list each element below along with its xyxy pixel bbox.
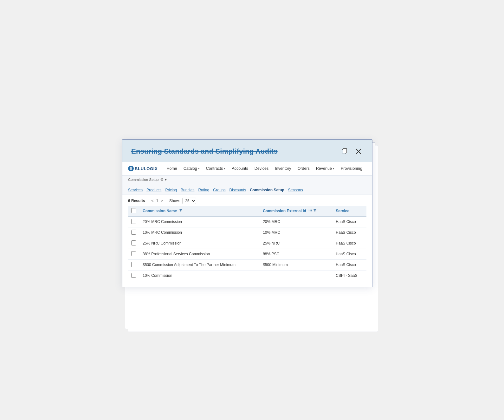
col-select-all xyxy=(128,206,139,217)
subnav-bundles[interactable]: Bundles xyxy=(181,187,197,194)
table-row: $500 Commission Adjustment To The Partne… xyxy=(128,259,366,270)
row-external-id-3: 88% PSC xyxy=(260,249,333,259)
row-service-1: HaaS Cisco xyxy=(333,227,366,238)
subnav-commission-setup[interactable]: Commission Setup xyxy=(250,187,288,194)
row-service-5: CSPI - SaaS xyxy=(333,270,366,281)
prev-page-button[interactable]: < xyxy=(150,198,155,203)
columns-icon[interactable] xyxy=(308,209,312,212)
logo-text: BLULOGIX xyxy=(135,166,158,171)
nav-item-devices[interactable]: Devices xyxy=(251,162,272,175)
table-row: 20% MRC Commission 20% MRC HaaS Cisco xyxy=(128,216,366,227)
row-external-id-4: $500 Minimum xyxy=(260,259,333,270)
subnav-rating[interactable]: Rating xyxy=(198,187,212,194)
row-external-id-0: 20% MRC xyxy=(260,216,333,227)
table-area: 6 Results < 1 > Show: 25 xyxy=(122,194,372,287)
col-commission-external-id: Commission External Id xyxy=(260,206,333,217)
subnav-seasons[interactable]: Seasons xyxy=(288,187,306,194)
row-commission-name-2: 25% NRC Commission xyxy=(139,238,260,249)
row-commission-name-3: 88% Professional Services Commission xyxy=(139,249,260,259)
pagination-bar: 6 Results < 1 > Show: 25 xyxy=(128,194,366,206)
table-row: 88% Professional Services Commission 88%… xyxy=(128,249,366,259)
row-checkbox-0[interactable] xyxy=(131,219,136,224)
sub-nav: Services Products Pricing Bundles Rating… xyxy=(122,184,372,194)
copy-icon xyxy=(340,148,347,155)
main-nav: Home Catalog ▾ Contracts ▾ Accounts Devi… xyxy=(163,162,365,175)
subnav-services[interactable]: Services xyxy=(128,187,146,194)
results-count: 6 Results xyxy=(128,199,145,203)
row-service-2: HaaS Cisco xyxy=(333,238,366,249)
subnav-discounts[interactable]: Discounts xyxy=(229,187,249,194)
catalog-dropdown-arrow: ▾ xyxy=(198,167,200,170)
row-commission-name-5: 10% Commission xyxy=(139,270,260,281)
page-nav: < 1 > xyxy=(150,198,164,203)
row-commission-name-1: 10% MRC Commission xyxy=(139,227,260,238)
nav-item-home[interactable]: Home xyxy=(163,162,180,175)
commission-table: Commission Name Commission External Id xyxy=(128,206,366,281)
nav-item-provisioning[interactable]: Provisioning xyxy=(338,162,365,175)
logo-icon: B xyxy=(128,166,134,171)
close-icon xyxy=(355,148,362,155)
row-service-3: HaaS Cisco xyxy=(333,249,366,259)
revenue-dropdown-arrow: ▾ xyxy=(333,167,334,170)
select-all-checkbox[interactable] xyxy=(131,208,136,213)
subnav-products[interactable]: Products xyxy=(146,187,165,194)
svg-marker-8 xyxy=(313,209,316,212)
table-header-row: Commission Name Commission External Id xyxy=(128,206,366,217)
app-logo: B BLULOGIX xyxy=(128,166,158,171)
commission-name-filter-icons xyxy=(179,209,183,212)
subnav-groups[interactable]: Groups xyxy=(213,187,229,194)
modal-actions xyxy=(339,147,363,156)
row-service-4: HaaS Cisco xyxy=(333,259,366,270)
nav-item-inventory[interactable]: Inventory xyxy=(272,162,294,175)
svg-marker-4 xyxy=(179,209,182,212)
row-external-id-1: 10% MRC xyxy=(260,227,333,238)
row-checkbox-3[interactable] xyxy=(131,251,136,256)
nav-item-orders[interactable]: Orders xyxy=(294,162,313,175)
breadcrumb-bar: Commission Setup ⚙ ▾ xyxy=(122,175,372,184)
svg-rect-1 xyxy=(343,149,347,153)
nav-item-revenue[interactable]: Revenue ▾ xyxy=(313,162,338,175)
row-checkbox-4[interactable] xyxy=(131,262,136,267)
breadcrumb-text: Commission Setup xyxy=(128,178,159,181)
external-id-filter-icons xyxy=(308,209,317,212)
breadcrumb-arrow: ▾ xyxy=(165,177,167,182)
row-checkbox-1[interactable] xyxy=(131,230,136,235)
nav-item-accounts[interactable]: Accounts xyxy=(229,162,251,175)
breadcrumb-settings-icon: ⚙ xyxy=(160,177,164,182)
col-service: Service xyxy=(333,206,366,217)
show-label: Show: xyxy=(169,199,180,203)
row-commission-name-4: $500 Commission Adjustment To The Partne… xyxy=(139,259,260,270)
filter-icon-2[interactable] xyxy=(313,209,317,212)
modal-title: Ensuring Standards and Simplifying Audit… xyxy=(131,147,278,156)
row-checkbox-5[interactable] xyxy=(131,273,136,278)
logo-letter: B xyxy=(130,167,132,170)
row-service-0: HaaS Cisco xyxy=(333,216,366,227)
subnav-pricing[interactable]: Pricing xyxy=(165,187,180,194)
copy-button[interactable] xyxy=(339,147,349,156)
filter-icon[interactable] xyxy=(179,209,183,212)
svg-rect-6 xyxy=(310,210,311,212)
contracts-dropdown-arrow: ▾ xyxy=(224,167,225,170)
close-button[interactable] xyxy=(354,147,363,156)
svg-rect-7 xyxy=(311,210,312,212)
row-checkbox-2[interactable] xyxy=(131,240,136,245)
page-number: 1 xyxy=(156,199,158,203)
modal-header: Ensuring Standards and Simplifying Audit… xyxy=(122,140,372,162)
table-row: 25% NRC Commission 25% NRC HaaS Cisco xyxy=(128,238,366,249)
col-commission-name: Commission Name xyxy=(139,206,260,217)
app-navbar: B BLULOGIX Home Catalog ▾ Contracts ▾ Ac… xyxy=(122,162,372,175)
table-row: 10% Commission CSPI - SaaS xyxy=(128,270,366,281)
row-commission-name-0: 20% MRC Commission xyxy=(139,216,260,227)
nav-item-catalog[interactable]: Catalog ▾ xyxy=(180,162,203,175)
row-external-id-5 xyxy=(260,270,333,281)
row-external-id-2: 25% NRC xyxy=(260,238,333,249)
show-select[interactable]: 25 xyxy=(182,198,196,204)
svg-rect-5 xyxy=(309,210,309,212)
table-row: 10% MRC Commission 10% MRC HaaS Cisco xyxy=(128,227,366,238)
next-page-button[interactable]: > xyxy=(159,198,164,203)
main-modal: Ensuring Standards and Simplifying Audit… xyxy=(122,139,372,287)
table-body: 20% MRC Commission 20% MRC HaaS Cisco 10… xyxy=(128,216,366,281)
nav-item-contracts[interactable]: Contracts ▾ xyxy=(203,162,229,175)
